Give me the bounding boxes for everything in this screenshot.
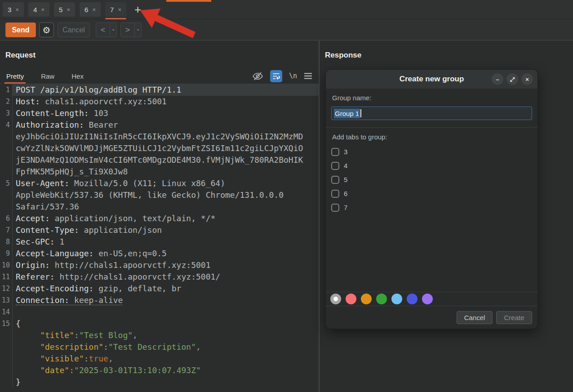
tab-close-icon[interactable]: × [15,7,19,13]
repeater-tab-6[interactable]: 6× [80,2,101,17]
add-tabs-label: Add tabs to group: [332,133,532,141]
gear-icon: ⚙ [43,26,51,35]
close-icon[interactable]: × [521,73,533,85]
code-line: 13Connection: keep-alive [0,294,319,306]
header-value: en-US,en;q=0.5 [93,249,167,258]
code-line: 15{ [0,318,319,330]
checkbox-icon[interactable] [331,204,339,212]
header-value: jE3NDA4MzQ1ODMsImV4cCI6MTc0MDgzODE4M30.f… [16,155,303,165]
line-number [0,201,13,213]
code-line: eyJhbGciOiJIUzI1NiIsInR5cCI6IkpXVCJ9.eyJ… [0,131,319,143]
repeater-tab-5[interactable]: 5× [54,2,75,17]
line-number: 9 [0,248,13,259]
color-swatch-red[interactable] [346,294,356,304]
tab-checkbox-row-5[interactable]: 5 [331,173,532,187]
tab-close-icon[interactable]: × [92,7,96,13]
header-name: Authorization: [16,120,84,129]
tab-checkbox-row-4[interactable]: 4 [331,159,532,173]
color-swatch-orange[interactable] [361,294,372,304]
checkbox-label: 7 [344,204,347,211]
dialog-window-controls: – ⤢ × [492,73,533,85]
maximize-icon[interactable]: ⤢ [506,73,518,85]
previous-response-button[interactable]: < ▾ [96,22,117,37]
tab-checkbox-row-3[interactable]: 3 [331,145,532,159]
request-tab-raw[interactable]: Raw [40,68,55,84]
line-number [0,143,13,154]
color-swatch-green[interactable] [376,294,387,304]
line-content: eyJhbGciOiJIUzI1NiIsInR5cCI6IkpXVCJ9.eyJ… [13,131,319,143]
header-name: Content-Type: [16,225,79,235]
next-response-button[interactable]: > ▾ [120,22,142,37]
chevron-down-icon[interactable]: ▾ [134,23,141,37]
settings-button[interactable]: ⚙ [39,22,54,37]
line-content: } [13,376,319,388]
line-content: "title":"Test Blog", [13,330,319,341]
dialog-divider [326,127,537,128]
json-punctuation: : [84,354,89,363]
word-wrap-toggle[interactable] [270,70,282,82]
line-number [0,154,13,166]
checkbox-icon[interactable] [331,176,339,184]
line-content: Accept-Language: en-US,en;q=0.5 [13,248,319,259]
repeater-tab-7[interactable]: 7× [105,2,126,17]
color-swatch-purple[interactable] [422,294,433,304]
line-number [0,365,13,376]
header-value: Safari/537.36 [16,202,79,211]
line-number: 11 [0,271,13,283]
request-tab-hex[interactable]: Hex [71,68,84,84]
header-value [16,354,40,363]
color-swatch-bar [326,292,537,306]
forward-arrow-icon: > [121,23,134,37]
checkbox-label: 5 [344,176,347,183]
repeater-tab-4[interactable]: 4× [28,2,49,17]
json-string: "Test Description" [108,342,196,352]
dialog-titlebar[interactable]: Create new group – ⤢ × [326,70,537,89]
json-punctuation: , [196,342,201,352]
header-value: 103 [89,108,108,118]
color-swatch-light-blue[interactable] [391,294,402,304]
hide-nonprintable-icon[interactable] [252,71,263,81]
cancel-request-button[interactable]: Cancel [58,22,90,37]
tab-checkbox-row-6[interactable]: 6 [331,187,532,200]
dialog-create-button[interactable]: Create [496,311,532,324]
chevron-down-icon[interactable]: ▾ [110,23,116,37]
menu-icon[interactable] [304,72,312,80]
selected-color-dot [333,297,338,301]
checkbox-icon[interactable] [331,190,339,198]
line-number [0,376,13,388]
line-number: 3 [0,107,13,119]
minimize-icon[interactable]: – [492,73,503,85]
group-name-input[interactable]: Group 1 [331,107,532,120]
header-value: eyJhbGciOiJIUzI1NiIsInR5cCI6IkpXVCJ9.eyJ… [16,132,303,141]
checkbox-icon[interactable] [331,148,339,156]
tab-close-icon[interactable]: × [118,7,121,13]
header-value: application/json, text/plain, */* [50,214,215,223]
dialog-footer: Cancel Create [326,306,537,329]
code-text: } [16,377,21,387]
repeater-toolbar: Send ⚙ Cancel < ▾ > ▾ [0,20,145,40]
tab-close-icon[interactable]: × [67,7,70,13]
line-number: 10 [0,259,13,271]
code-line: 8Sec-GPC: 1 [0,236,319,248]
code-line: "title":"Test Blog", [0,330,319,341]
repeater-tab-3[interactable]: 3× [3,2,24,17]
checkbox-icon[interactable] [331,162,339,170]
line-number: 8 [0,236,13,248]
color-swatch-blue[interactable] [407,294,418,304]
request-editor-icons: \n [252,68,312,84]
code-line: 5User-Agent: Mozilla/5.0 (X11; Linux x86… [0,178,319,189]
tab-close-icon[interactable]: × [41,7,44,13]
show-newlines-toggle[interactable]: \n [289,72,297,80]
code-line: 6Accept: application/json, text/plain, *… [0,213,319,224]
request-tab-pretty[interactable]: Pretty [5,68,25,84]
dialog-cancel-button[interactable]: Cancel [457,311,493,324]
header-value: http://chals1.apoorvctf.xyz:5001/ [55,272,220,281]
tab-checkbox-row-7[interactable]: 7 [331,200,532,214]
line-number: 5 [0,178,13,189]
header-name: Host: [16,97,40,106]
add-tab-button[interactable]: + [133,4,143,15]
send-button[interactable]: Send [5,22,36,37]
header-value: chals1.apoorvctf.xyz:5001 [40,97,167,106]
color-swatch-white[interactable] [330,294,341,304]
request-editor[interactable]: 1POST /api/v1/blog/addBlog HTTP/1.12Host… [0,84,319,388]
